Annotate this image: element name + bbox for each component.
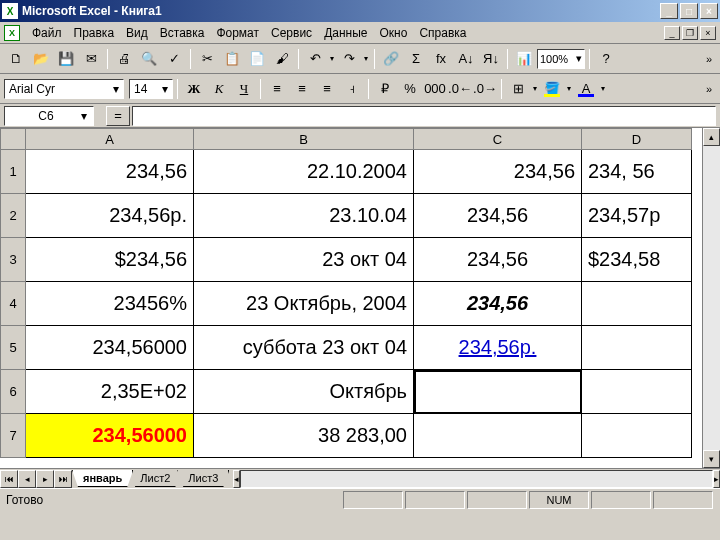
menu-window[interactable]: Окно bbox=[373, 24, 413, 42]
doc-close-button[interactable]: × bbox=[700, 26, 716, 40]
cell-d1[interactable]: 234, 56 bbox=[582, 150, 692, 194]
preview-icon[interactable]: 🔍 bbox=[137, 47, 161, 71]
cell-c1[interactable]: 234,56 bbox=[414, 150, 582, 194]
column-header-a[interactable]: A bbox=[26, 128, 194, 150]
column-header-d[interactable]: D bbox=[582, 128, 692, 150]
cell-c3[interactable]: 234,56 bbox=[414, 238, 582, 282]
redo-dropdown[interactable]: ▾ bbox=[362, 54, 370, 63]
merge-center-icon[interactable]: ⫞ bbox=[340, 77, 364, 101]
menu-data[interactable]: Данные bbox=[318, 24, 373, 42]
row-header-3[interactable]: 3 bbox=[0, 238, 26, 282]
percent-icon[interactable]: % bbox=[398, 77, 422, 101]
comma-icon[interactable]: 000 bbox=[423, 77, 447, 101]
save-icon[interactable]: 💾 bbox=[54, 47, 78, 71]
menu-insert[interactable]: Вставка bbox=[154, 24, 211, 42]
cell-b1[interactable]: 22.10.2004 bbox=[194, 150, 414, 194]
menu-tools[interactable]: Сервис bbox=[265, 24, 318, 42]
align-left-icon[interactable]: ≡ bbox=[265, 77, 289, 101]
menu-help[interactable]: Справка bbox=[413, 24, 472, 42]
mail-icon[interactable]: ✉ bbox=[79, 47, 103, 71]
cell-c5[interactable]: 234,56р. bbox=[414, 326, 582, 370]
font-size-input[interactable]: 14▾ bbox=[129, 79, 173, 99]
cell-a1[interactable]: 234,56 bbox=[26, 150, 194, 194]
cell-c6[interactable] bbox=[414, 370, 582, 414]
undo-dropdown[interactable]: ▾ bbox=[328, 54, 336, 63]
sheet-tab-1[interactable]: январь bbox=[72, 470, 133, 487]
fill-color-icon[interactable]: 🪣 bbox=[540, 77, 564, 101]
cell-a4[interactable]: 23456% bbox=[26, 282, 194, 326]
doc-minimize-button[interactable]: _ bbox=[664, 26, 680, 40]
cell-a7[interactable]: 234,56000 bbox=[26, 414, 194, 458]
fill-color-dropdown[interactable]: ▾ bbox=[565, 84, 573, 93]
row-header-2[interactable]: 2 bbox=[0, 194, 26, 238]
sheet-tab-2[interactable]: Лист2 bbox=[129, 470, 181, 487]
cell-b3[interactable]: 23 окт 04 bbox=[194, 238, 414, 282]
row-header-6[interactable]: 6 bbox=[0, 370, 26, 414]
sort-asc-icon[interactable]: A↓ bbox=[454, 47, 478, 71]
horizontal-scrollbar[interactable]: ◂ ▸ bbox=[233, 470, 720, 488]
cell-a6[interactable]: 2,35E+02 bbox=[26, 370, 194, 414]
cell-d7[interactable] bbox=[582, 414, 692, 458]
tab-last-button[interactable]: ⏭ bbox=[54, 470, 72, 488]
close-button[interactable]: × bbox=[700, 3, 718, 19]
new-icon[interactable]: 🗋 bbox=[4, 47, 28, 71]
tab-next-button[interactable]: ▸ bbox=[36, 470, 54, 488]
cell-c7[interactable] bbox=[414, 414, 582, 458]
format-painter-icon[interactable]: 🖌 bbox=[270, 47, 294, 71]
cell-d2[interactable]: 234,57р bbox=[582, 194, 692, 238]
cell-d6[interactable] bbox=[582, 370, 692, 414]
cell-c4[interactable]: 234,56 bbox=[414, 282, 582, 326]
cell-b5[interactable]: суббота 23 окт 04 bbox=[194, 326, 414, 370]
paste-icon[interactable]: 📄 bbox=[245, 47, 269, 71]
function-icon[interactable]: fx bbox=[429, 47, 453, 71]
spellcheck-icon[interactable]: ✓ bbox=[162, 47, 186, 71]
copy-icon[interactable]: 📋 bbox=[220, 47, 244, 71]
help-icon[interactable]: ? bbox=[594, 47, 618, 71]
font-color-icon[interactable]: A bbox=[574, 77, 598, 101]
tab-prev-button[interactable]: ◂ bbox=[18, 470, 36, 488]
doc-restore-button[interactable]: ❐ bbox=[682, 26, 698, 40]
chart-icon[interactable]: 📊 bbox=[512, 47, 536, 71]
row-header-1[interactable]: 1 bbox=[0, 150, 26, 194]
scroll-left-button[interactable]: ◂ bbox=[233, 470, 240, 488]
cell-a5[interactable]: 234,56000 bbox=[26, 326, 194, 370]
bold-button[interactable]: Ж bbox=[182, 77, 206, 101]
borders-icon[interactable]: ⊞ bbox=[506, 77, 530, 101]
decrease-decimal-icon[interactable]: .0→ bbox=[473, 77, 497, 101]
cut-icon[interactable]: ✂ bbox=[195, 47, 219, 71]
row-header-4[interactable]: 4 bbox=[0, 282, 26, 326]
formula-edit-button[interactable]: = bbox=[106, 106, 130, 126]
autosum-icon[interactable]: Σ bbox=[404, 47, 428, 71]
font-color-dropdown[interactable]: ▾ bbox=[599, 84, 607, 93]
print-icon[interactable]: 🖨 bbox=[112, 47, 136, 71]
toolbar-overflow[interactable]: » bbox=[702, 83, 716, 95]
scroll-down-button[interactable]: ▾ bbox=[703, 450, 720, 468]
currency-icon[interactable]: ₽ bbox=[373, 77, 397, 101]
name-box[interactable]: C6▾ bbox=[4, 106, 94, 126]
redo-icon[interactable]: ↷ bbox=[337, 47, 361, 71]
column-header-c[interactable]: C bbox=[414, 128, 582, 150]
cell-b4[interactable]: 23 Октябрь, 2004 bbox=[194, 282, 414, 326]
increase-decimal-icon[interactable]: .0← bbox=[448, 77, 472, 101]
menu-format[interactable]: Формат bbox=[210, 24, 265, 42]
zoom-input[interactable]: 100%▾ bbox=[537, 49, 585, 69]
scroll-up-button[interactable]: ▴ bbox=[703, 128, 720, 146]
cell-b7[interactable]: 38 283,00 bbox=[194, 414, 414, 458]
menu-view[interactable]: Вид bbox=[120, 24, 154, 42]
cell-b2[interactable]: 23.10.04 bbox=[194, 194, 414, 238]
italic-button[interactable]: К bbox=[207, 77, 231, 101]
cell-c2[interactable]: 234,56 bbox=[414, 194, 582, 238]
maximize-button[interactable]: □ bbox=[680, 3, 698, 19]
formula-input[interactable] bbox=[132, 106, 716, 126]
cell-d5[interactable] bbox=[582, 326, 692, 370]
scroll-track[interactable] bbox=[703, 146, 720, 450]
menu-file[interactable]: Файл bbox=[26, 24, 68, 42]
tab-first-button[interactable]: ⏮ bbox=[0, 470, 18, 488]
vertical-scrollbar[interactable]: ▴ ▾ bbox=[702, 128, 720, 468]
select-all-corner[interactable] bbox=[0, 128, 26, 150]
scroll-track[interactable] bbox=[240, 470, 713, 488]
toolbar-overflow[interactable]: » bbox=[702, 53, 716, 65]
row-header-7[interactable]: 7 bbox=[0, 414, 26, 458]
underline-button[interactable]: Ч bbox=[232, 77, 256, 101]
sheet-tab-3[interactable]: Лист3 bbox=[177, 470, 229, 487]
